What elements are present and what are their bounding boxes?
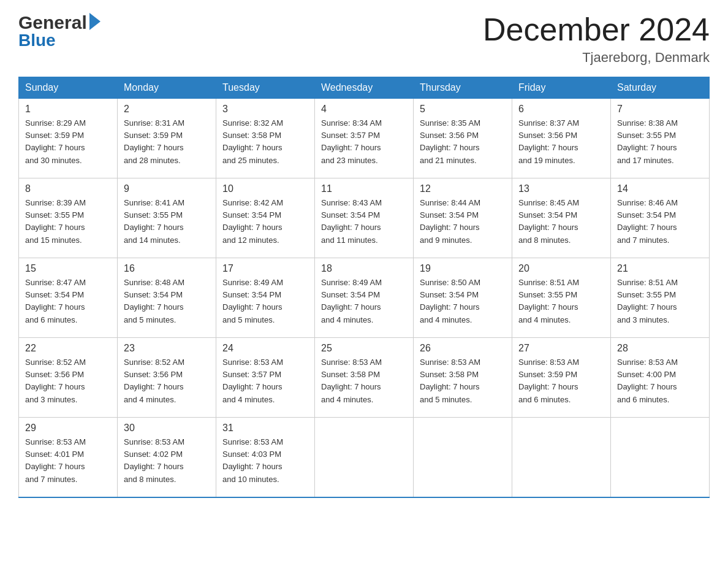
day-number: 7 [617,104,703,115]
day-number: 27 [518,343,604,354]
day-number: 20 [518,263,604,274]
day-info: Sunrise: 8:41 AMSunset: 3:55 PMDaylight:… [124,197,210,247]
calendar-cell: 20Sunrise: 8:51 AMSunset: 3:55 PMDayligh… [512,258,611,338]
calendar-cell: 3Sunrise: 8:32 AMSunset: 3:58 PMDaylight… [216,99,315,178]
header-row: SundayMondayTuesdayWednesdayThursdayFrid… [19,77,710,99]
day-number: 6 [518,104,604,115]
location-label: Tjaereborg, Denmark [483,50,710,66]
calendar-cell [414,418,512,497]
day-number: 15 [25,263,111,274]
calendar-cell: 18Sunrise: 8:49 AMSunset: 3:54 PMDayligh… [315,258,414,338]
day-info: Sunrise: 8:53 AMSunset: 4:03 PMDaylight:… [222,436,308,486]
day-info: Sunrise: 8:32 AMSunset: 3:58 PMDaylight:… [222,117,308,167]
calendar-cell: 24Sunrise: 8:53 AMSunset: 3:57 PMDayligh… [216,338,315,418]
day-number: 1 [25,104,111,115]
calendar-table: SundayMondayTuesdayWednesdayThursdayFrid… [18,77,710,498]
logo: General Blue [18,12,100,50]
day-info: Sunrise: 8:31 AMSunset: 3:59 PMDaylight:… [124,117,210,167]
day-info: Sunrise: 8:45 AMSunset: 3:54 PMDaylight:… [518,197,604,247]
week-row-5: 29Sunrise: 8:53 AMSunset: 4:01 PMDayligh… [19,418,710,497]
col-header-friday: Friday [512,77,611,99]
week-row-3: 15Sunrise: 8:47 AMSunset: 3:54 PMDayligh… [19,258,710,338]
calendar-cell: 27Sunrise: 8:53 AMSunset: 3:59 PMDayligh… [512,338,611,418]
logo-general-text: General [18,12,87,33]
calendar-cell [611,418,710,497]
calendar-cell: 14Sunrise: 8:46 AMSunset: 3:54 PMDayligh… [611,178,710,258]
calendar-cell: 21Sunrise: 8:51 AMSunset: 3:55 PMDayligh… [611,258,710,338]
day-number: 13 [518,183,604,194]
day-info: Sunrise: 8:42 AMSunset: 3:54 PMDaylight:… [222,197,308,247]
week-row-4: 22Sunrise: 8:52 AMSunset: 3:56 PMDayligh… [19,338,710,418]
day-number: 23 [124,343,210,354]
day-info: Sunrise: 8:37 AMSunset: 3:56 PMDaylight:… [518,117,604,167]
day-number: 10 [222,183,308,194]
day-info: Sunrise: 8:53 AMSunset: 3:59 PMDaylight:… [518,356,604,406]
calendar-cell: 2Sunrise: 8:31 AMSunset: 3:59 PMDaylight… [118,99,216,178]
col-header-sunday: Sunday [19,77,118,99]
day-info: Sunrise: 8:46 AMSunset: 3:54 PMDaylight:… [617,197,703,247]
day-info: Sunrise: 8:53 AMSunset: 3:57 PMDaylight:… [222,356,308,406]
calendar-cell [512,418,611,497]
calendar-cell: 19Sunrise: 8:50 AMSunset: 3:54 PMDayligh… [414,258,512,338]
logo-blue-text: Blue [18,31,56,50]
day-info: Sunrise: 8:53 AMSunset: 4:02 PMDaylight:… [124,436,210,486]
day-number: 21 [617,263,703,274]
title-block: December 2024 Tjaereborg, Denmark [483,12,710,66]
calendar-cell: 7Sunrise: 8:38 AMSunset: 3:55 PMDaylight… [611,99,710,178]
calendar-cell: 15Sunrise: 8:47 AMSunset: 3:54 PMDayligh… [19,258,118,338]
calendar-cell [315,418,414,497]
day-number: 16 [124,263,210,274]
month-title: December 2024 [483,12,710,47]
day-number: 9 [124,183,210,194]
day-info: Sunrise: 8:49 AMSunset: 3:54 PMDaylight:… [222,277,308,326]
day-number: 18 [321,263,407,274]
col-header-saturday: Saturday [611,77,710,99]
calendar-cell: 28Sunrise: 8:53 AMSunset: 4:00 PMDayligh… [611,338,710,418]
calendar-cell: 16Sunrise: 8:48 AMSunset: 3:54 PMDayligh… [118,258,216,338]
day-number: 28 [617,343,703,354]
day-info: Sunrise: 8:52 AMSunset: 3:56 PMDaylight:… [25,356,111,406]
col-header-monday: Monday [118,77,216,99]
calendar-cell: 22Sunrise: 8:52 AMSunset: 3:56 PMDayligh… [19,338,118,418]
day-number: 26 [420,343,506,354]
calendar-cell: 31Sunrise: 8:53 AMSunset: 4:03 PMDayligh… [216,418,315,497]
calendar-cell: 13Sunrise: 8:45 AMSunset: 3:54 PMDayligh… [512,178,611,258]
calendar-cell: 9Sunrise: 8:41 AMSunset: 3:55 PMDaylight… [118,178,216,258]
calendar-cell: 12Sunrise: 8:44 AMSunset: 3:54 PMDayligh… [414,178,512,258]
day-number: 19 [420,263,506,274]
calendar-cell: 25Sunrise: 8:53 AMSunset: 3:58 PMDayligh… [315,338,414,418]
col-header-wednesday: Wednesday [315,77,414,99]
calendar-cell: 11Sunrise: 8:43 AMSunset: 3:54 PMDayligh… [315,178,414,258]
day-info: Sunrise: 8:48 AMSunset: 3:54 PMDaylight:… [124,277,210,326]
calendar-cell: 6Sunrise: 8:37 AMSunset: 3:56 PMDaylight… [512,99,611,178]
day-info: Sunrise: 8:53 AMSunset: 4:01 PMDaylight:… [25,436,111,486]
col-header-tuesday: Tuesday [216,77,315,99]
day-info: Sunrise: 8:44 AMSunset: 3:54 PMDaylight:… [420,197,506,247]
calendar-cell: 26Sunrise: 8:53 AMSunset: 3:58 PMDayligh… [414,338,512,418]
page-header: General Blue December 2024 Tjaereborg, D… [18,12,710,66]
day-number: 2 [124,104,210,115]
calendar-cell: 17Sunrise: 8:49 AMSunset: 3:54 PMDayligh… [216,258,315,338]
day-info: Sunrise: 8:53 AMSunset: 3:58 PMDaylight:… [420,356,506,406]
day-number: 17 [222,263,308,274]
calendar-cell: 30Sunrise: 8:53 AMSunset: 4:02 PMDayligh… [118,418,216,497]
day-info: Sunrise: 8:29 AMSunset: 3:59 PMDaylight:… [25,117,111,167]
day-number: 30 [124,423,210,434]
day-number: 3 [222,104,308,115]
day-info: Sunrise: 8:50 AMSunset: 3:54 PMDaylight:… [420,277,506,326]
calendar-cell: 1Sunrise: 8:29 AMSunset: 3:59 PMDaylight… [19,99,118,178]
day-info: Sunrise: 8:34 AMSunset: 3:57 PMDaylight:… [321,117,407,167]
day-info: Sunrise: 8:53 AMSunset: 3:58 PMDaylight:… [321,356,407,406]
col-header-thursday: Thursday [414,77,512,99]
calendar-cell: 4Sunrise: 8:34 AMSunset: 3:57 PMDaylight… [315,99,414,178]
day-number: 24 [222,343,308,354]
day-info: Sunrise: 8:53 AMSunset: 4:00 PMDaylight:… [617,356,703,406]
day-number: 22 [25,343,111,354]
day-info: Sunrise: 8:51 AMSunset: 3:55 PMDaylight:… [518,277,604,326]
day-number: 11 [321,183,407,194]
day-number: 31 [222,423,308,434]
day-number: 8 [25,183,111,194]
day-info: Sunrise: 8:35 AMSunset: 3:56 PMDaylight:… [420,117,506,167]
day-info: Sunrise: 8:51 AMSunset: 3:55 PMDaylight:… [617,277,703,326]
week-row-2: 8Sunrise: 8:39 AMSunset: 3:55 PMDaylight… [19,178,710,258]
